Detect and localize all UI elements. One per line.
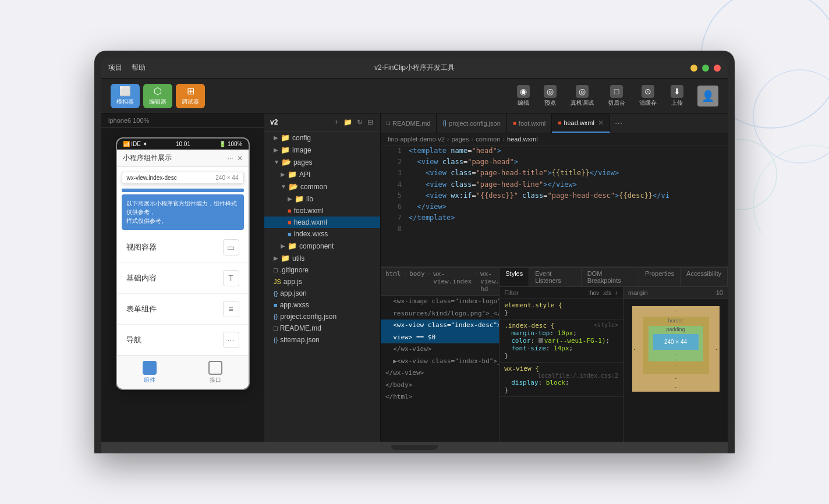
debugger-button[interactable]: ⊞ 调试器	[176, 84, 205, 108]
chevron-open-icon: ▼	[281, 183, 286, 190]
action-device-debug[interactable]: ◎ 真机调试	[571, 85, 594, 107]
minimize-button[interactable]	[690, 65, 697, 72]
action-edit[interactable]: ◉ 编辑	[517, 85, 530, 107]
style-filter-input[interactable]	[504, 289, 584, 296]
html-bc-body[interactable]: body	[409, 270, 425, 293]
file-icon: □	[274, 325, 278, 332]
section-view-container[interactable]: 视图容器 ▭	[117, 232, 249, 263]
refresh-icon[interactable]: ↻	[356, 117, 364, 127]
tree-item-readme[interactable]: □ README.md	[264, 322, 380, 334]
tree-item-image[interactable]: ▶ 📁 image	[264, 144, 380, 156]
html-bc-wx-view-index[interactable]: wx-view.index	[433, 270, 472, 293]
tree-item-lib[interactable]: ▶ 📁 lib	[264, 193, 380, 205]
user-avatar[interactable]: 👤	[697, 86, 718, 107]
app-title: v2-FinClip小程序开发工具	[374, 63, 455, 73]
tab-readme[interactable]: □ README.md	[381, 113, 437, 133]
margin-bottom-outer: -	[643, 375, 709, 381]
nav-item-component[interactable]: 组件	[143, 361, 157, 384]
new-file-icon[interactable]: +	[334, 117, 340, 127]
chevron-open-icon: ▼	[274, 159, 279, 165]
tab-project-config[interactable]: {} project.config.json	[437, 113, 506, 133]
action-clear-cache[interactable]: ⊙ 清缓存	[639, 85, 657, 107]
tree-label: .gitignore	[280, 266, 309, 274]
html-breadcrumb: html · body · wx-view.index · wx-view.in…	[381, 268, 499, 296]
style-brace: }	[504, 352, 508, 360]
margin-value: 10	[716, 289, 723, 296]
section-basic-content[interactable]: 基础内容 T	[117, 263, 249, 294]
action-upload[interactable]: ⬇ 上传	[671, 85, 683, 107]
tree-item-project-config[interactable]: {} project.config.json	[264, 311, 380, 322]
tree-item-component[interactable]: ▶ 📁 component	[264, 240, 380, 252]
add-style-button[interactable]: +	[615, 290, 618, 296]
html-bc-wx-view-hd[interactable]: wx-view.index-hd	[480, 270, 499, 293]
tree-item-sitemap[interactable]: {} sitemap.json	[264, 334, 380, 346]
status-left: 📶 IDE ✦	[123, 141, 147, 147]
tab-label: README.md	[392, 120, 430, 127]
devtools-tab-event-listeners[interactable]: Event Listeners	[529, 268, 581, 286]
folder-icon: 📁	[281, 133, 290, 142]
new-folder-icon[interactable]: 📁	[342, 117, 353, 127]
devtools-tab-properties[interactable]: Properties	[639, 268, 681, 286]
iphone-close-icon[interactable]: ✕	[237, 154, 243, 162]
tree-item-app-wxss[interactable]: ■ app.wxss	[264, 299, 380, 311]
devtools-tab-accessibility[interactable]: Accessibility	[681, 268, 728, 286]
tree-item-utils[interactable]: ▶ 📁 utils	[264, 252, 380, 264]
file-tree-header: v2 + 📁 ↻ ⊟	[264, 113, 380, 132]
section-label-1: 视图容器	[126, 242, 157, 253]
tab-foot-wxml[interactable]: ■ foot.wxml	[507, 113, 552, 133]
tree-item-app-json[interactable]: {} app.json	[264, 288, 380, 299]
tab-head-wxml[interactable]: ■ head.wxml ✕	[552, 113, 610, 133]
tree-item-common[interactable]: ▼ 📂 common	[264, 180, 380, 193]
line-content: <view wx:if="{{desc}}" class="page-head-…	[409, 190, 669, 201]
line-number: 4	[385, 179, 402, 190]
style-rule-wx-view: wx-view { localfile:/.index.css:2 displa…	[499, 363, 623, 397]
nav-label-component: 组件	[144, 376, 155, 384]
upload-icon: ⬇	[671, 85, 683, 98]
html-line: </wx-view>	[381, 367, 499, 379]
editor-button[interactable]: ⬡ 编辑器	[143, 84, 172, 108]
tree-item-config[interactable]: ▶ 📁 config	[264, 132, 380, 144]
html-bc-html[interactable]: html	[385, 270, 401, 293]
maximize-button[interactable]	[702, 65, 709, 72]
tab-icon: ■	[558, 119, 561, 126]
iphone-menu-icon[interactable]: ···	[227, 154, 233, 162]
tree-item-index-wxss[interactable]: ■ index.wxss	[264, 228, 380, 240]
tree-item-head-wxml[interactable]: ■ head.wxml	[264, 216, 380, 228]
tree-item-app-js[interactable]: JS app.js	[264, 276, 380, 288]
section-label-3: 表单组件	[126, 304, 157, 314]
hov-button[interactable]: :hov	[588, 290, 599, 296]
tree-item-pages[interactable]: ▼ 📂 pages	[264, 156, 380, 168]
style-selector: wx-view {	[504, 365, 539, 372]
tab-more-button[interactable]: ···	[610, 118, 627, 129]
tab-close-icon[interactable]: ✕	[598, 119, 604, 127]
section-form[interactable]: 表单组件 ≡	[117, 294, 249, 325]
html-line: ▶<wx-view class="index-bd">_</wx-view>	[381, 356, 499, 368]
tree-label: app.json	[280, 289, 306, 297]
editor-icon: ⬡	[154, 86, 162, 97]
cls-button[interactable]: .cls	[603, 290, 611, 296]
nav-item-api[interactable]: 接口	[208, 361, 222, 384]
code-editor[interactable]: 1 <template name="head"> 2 <view class="…	[381, 145, 728, 267]
section-nav[interactable]: 导航 ···	[117, 325, 249, 356]
tree-label: API	[299, 171, 310, 179]
devtools-tab-dom-breakpoints[interactable]: DOM Breakpoints	[582, 268, 639, 286]
tree-item-foot-wxml[interactable]: ■ foot.wxml	[264, 205, 380, 216]
menu-help[interactable]: 帮助	[132, 63, 146, 73]
line-number: 6	[385, 201, 402, 212]
style-content: element.style { } .index-desc {	[499, 299, 623, 397]
close-button[interactable]	[714, 65, 721, 72]
collapse-icon[interactable]: ⊟	[366, 117, 374, 127]
action-preview[interactable]: ◎ 预览	[544, 85, 557, 107]
line-content	[409, 223, 413, 235]
action-background[interactable]: □ 切后台	[608, 85, 625, 107]
folder-open-icon: 📂	[289, 182, 298, 191]
tree-item-gitignore[interactable]: □ .gitignore	[264, 264, 380, 276]
element-tooltip: wx-view.index-desc 240 × 44	[122, 172, 244, 184]
margin-top-val: -	[675, 308, 676, 314]
html-line: resources/kind/logo.png">_</wx-image>	[381, 308, 499, 320]
file-tree-root: v2	[270, 118, 278, 126]
tree-item-api[interactable]: ▶ 📁 API	[264, 168, 380, 180]
menu-project[interactable]: 项目	[108, 63, 122, 73]
simulator-button[interactable]: ⬜ 模拟器	[111, 84, 140, 108]
devtools-tab-styles[interactable]: Styles	[499, 268, 529, 286]
